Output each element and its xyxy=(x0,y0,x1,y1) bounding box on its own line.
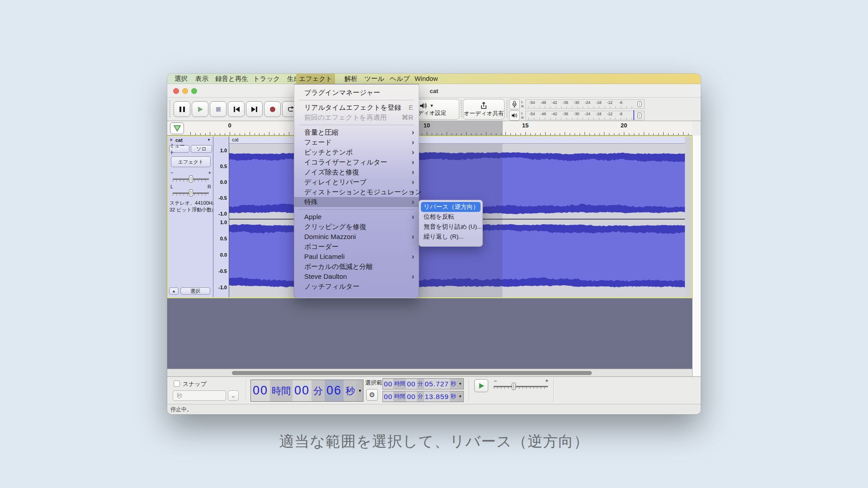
audio-share-button[interactable]: オーディオ共有 xyxy=(463,99,505,120)
collapse-track-button[interactable]: ▲ xyxy=(169,287,179,295)
menu-item-eq-filters[interactable]: イコライザーとフィルター xyxy=(294,157,419,167)
menubar-item-tools[interactable]: ツール xyxy=(362,74,387,84)
play-at-speed-button[interactable] xyxy=(474,379,488,392)
ruler-label: 10 xyxy=(424,122,430,129)
speaker-icon xyxy=(419,102,428,109)
window-titlebar: cat xyxy=(167,84,701,98)
play-icon xyxy=(478,383,485,389)
menu-item-steve-daulton[interactable]: Steve Daulton xyxy=(294,272,419,282)
menu-item-distortion-modulation[interactable]: ディストーションとモジュレーション xyxy=(294,187,419,197)
time-segment: 秒 xyxy=(344,380,357,401)
meter-lr-labels: LR xyxy=(520,99,525,109)
effects-button[interactable]: エフェクト xyxy=(171,156,211,167)
menu-item-delay-reverb[interactable]: ディレイとリバーブ xyxy=(294,177,419,187)
empty-project-area xyxy=(167,298,692,369)
playback-speed-slider[interactable] xyxy=(494,386,548,387)
snap-caret-button[interactable]: ⌄ xyxy=(228,390,239,401)
track-select-button[interactable]: 選択 xyxy=(180,287,210,295)
time-format-arrow-icon[interactable]: ▼ xyxy=(357,380,363,401)
pause-button[interactable] xyxy=(174,101,190,117)
menu-item-vocoder[interactable]: ボコーダー xyxy=(294,242,419,252)
skip-to-start-button[interactable] xyxy=(228,101,245,117)
caret-down-icon: ▼ xyxy=(430,103,434,108)
menubar-item-view[interactable]: 表示 xyxy=(193,74,211,84)
snap-checkbox[interactable] xyxy=(174,380,180,387)
menu-item-paul-licameli[interactable]: Paul Licameli xyxy=(294,252,419,262)
microphone-icon xyxy=(509,99,520,109)
submenu-item-invert-phase[interactable]: 位相を反転 xyxy=(419,212,482,222)
menubar-item-transport[interactable]: 録音と再生 xyxy=(212,74,251,84)
menu-item-notch-filter[interactable]: ノッチフィルター xyxy=(294,282,419,291)
submenu-item-truncate-silence[interactable]: 無音を切り詰め (U)... xyxy=(419,222,482,232)
playback-meter-scale: -6-12-18-24-30-36-42-48-54 xyxy=(525,111,645,120)
audio-position-display[interactable]: 00 時間 00 分 06 秒 ▼ xyxy=(250,380,363,402)
loop-icon xyxy=(287,106,294,113)
menu-item-repeat-last-effect[interactable]: 前回のエフェクトを再適用⌘R xyxy=(294,113,419,122)
play-button[interactable] xyxy=(192,101,208,117)
record-button[interactable] xyxy=(264,101,281,117)
selection-start-field[interactable]: 00 時間 00 分 05.727 秒 ▼ xyxy=(382,378,464,389)
horizontal-scrollbar[interactable] xyxy=(167,369,692,376)
pan-right-label: R xyxy=(208,184,211,189)
track-menu-arrow-icon[interactable]: ▼ xyxy=(207,138,211,142)
menubar-item-select[interactable]: 選択 xyxy=(172,74,190,84)
ruler-label: 20 xyxy=(621,122,627,129)
pan-slider[interactable] xyxy=(173,192,209,194)
field-arrow-icon[interactable]: ▼ xyxy=(457,391,463,402)
vertical-scale-ruler[interactable]: 1.0 0.5 0.0 -0.5 -1.0 1.0 0.5 0.0 -0.5 -… xyxy=(213,136,229,297)
menu-item-fade[interactable]: フェード xyxy=(294,137,419,147)
toolbar-grip[interactable] xyxy=(169,100,170,118)
selection-end-field[interactable]: 00 時間 00 分 13.859 秒 ▼ xyxy=(382,391,464,402)
scale-label: 0.0 xyxy=(220,179,227,185)
scale-label: -0.5 xyxy=(218,268,227,274)
menubar-item-analyze[interactable]: 解析 xyxy=(342,74,360,84)
meter-playhead xyxy=(633,110,634,120)
recording-meter[interactable]: LR -6-12-18-24-30-36-42-48-54 xyxy=(509,99,645,109)
playback-meter[interactable]: LR -6-12-18-24-30-36-42-48-54 xyxy=(509,110,645,121)
ruler-label: 15 xyxy=(522,122,528,129)
meter-thumb[interactable] xyxy=(637,113,642,118)
time-segment-selected[interactable]: 06 xyxy=(325,380,344,401)
menu-separator xyxy=(299,125,414,125)
toolbar-grip[interactable] xyxy=(461,100,462,118)
speaker-small-icon xyxy=(509,110,520,121)
recording-meter-scale: -6-12-18-24-30-36-42-48-54 xyxy=(525,99,645,109)
menu-item-volume-compression[interactable]: 音量と圧縮 xyxy=(294,127,419,137)
speed-slider-thumb[interactable] xyxy=(512,383,516,390)
pan-slider-thumb[interactable] xyxy=(189,189,193,197)
vertical-scrollbar[interactable] xyxy=(692,136,701,376)
stop-button[interactable] xyxy=(210,101,226,117)
menu-item-noise-repair[interactable]: ノイズ除去と修復 xyxy=(294,167,419,177)
menu-item-clip-fix[interactable]: クリッピングを修復 xyxy=(294,222,419,232)
gain-slider[interactable] xyxy=(173,178,209,180)
menu-item-dominic-mazzoni[interactable]: Dominic Mazzoni xyxy=(294,232,419,242)
menubar-item-window[interactable]: Window xyxy=(412,74,441,84)
menu-item-pitch-tempo[interactable]: ピッチとテンポ xyxy=(294,147,419,157)
menubar-item-help[interactable]: ヘルプ xyxy=(387,74,413,84)
gain-slider-thumb[interactable] xyxy=(189,175,193,183)
solo-button[interactable]: ソロ xyxy=(191,145,212,153)
submenu-item-repeat[interactable]: 繰り返し (R)... xyxy=(419,232,482,242)
menu-item-plugin-manager[interactable]: プラグインマネージャー xyxy=(294,88,419,98)
meter-thumb[interactable] xyxy=(637,101,642,107)
menu-item-special[interactable]: 特殊 xyxy=(294,197,419,207)
menubar-item-effect[interactable]: エフェクト xyxy=(296,74,335,84)
mute-button[interactable]: ミュート xyxy=(169,145,189,153)
menu-item-vocal-reduction[interactable]: ボーカルの低減と分離 xyxy=(294,262,419,272)
snap-unit-dropdown[interactable]: 秒 xyxy=(173,390,226,401)
submenu-item-reverse[interactable]: リバース（逆方向） xyxy=(421,202,481,212)
menu-item-add-realtime-effects[interactable]: リアルタイムエフェクトを登録E xyxy=(294,103,419,113)
scale-label: 0.5 xyxy=(220,236,227,241)
timeline-ruler[interactable]: 05101520 xyxy=(167,121,692,136)
horizontal-scrollbar-thumb[interactable] xyxy=(232,371,592,375)
pinned-play-head-button[interactable] xyxy=(170,122,184,134)
selection-settings-button[interactable]: ⚙ xyxy=(366,389,378,401)
bottom-toolbar: スナップ 秒 ⌄ 00 時間 00 分 06 秒 ▼ 選択範囲 ⚙ 00 時間 … xyxy=(167,376,701,404)
menubar-item-tracks[interactable]: トラック xyxy=(250,74,283,84)
toolbar-grip[interactable] xyxy=(506,100,508,118)
field-arrow-icon[interactable]: ▼ xyxy=(457,379,463,389)
time-segment[interactable]: 00 xyxy=(292,380,311,401)
time-segment[interactable]: 00 xyxy=(251,380,270,401)
skip-to-end-button[interactable] xyxy=(246,101,263,117)
menu-item-apple[interactable]: Apple xyxy=(294,212,419,222)
